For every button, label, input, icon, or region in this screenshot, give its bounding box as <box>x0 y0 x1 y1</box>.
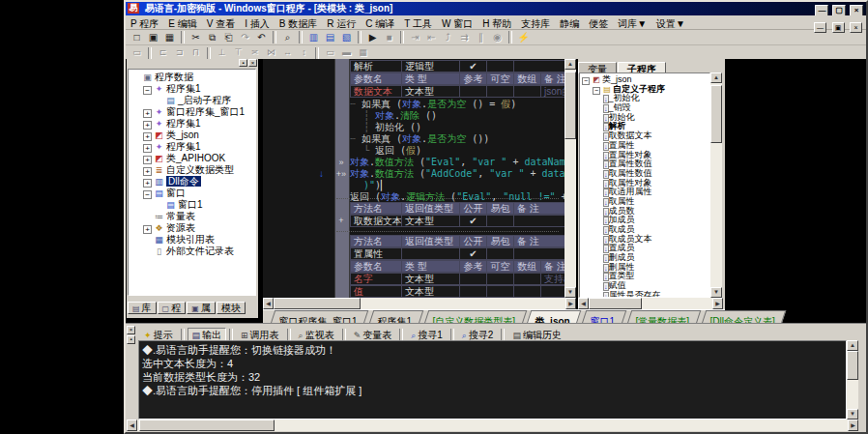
scroll-thumb[interactable] <box>139 420 275 431</box>
tree-item[interactable]: +▥Dll命令 <box>129 176 255 188</box>
layout-program-icon[interactable]: ▥ <box>305 31 322 43</box>
search2-tab[interactable]: ⌕搜寻2 <box>457 328 499 341</box>
variable-table-tab[interactable]: ✎变量表 <box>349 328 397 341</box>
run-icon[interactable]: ▶ <box>364 31 381 43</box>
workspace-tab-属[interactable]: ▣属 <box>187 302 216 314</box>
expander-icon[interactable]: + <box>143 144 152 153</box>
tree-item[interactable]: ≔常量表 <box>129 211 255 222</box>
cut-icon[interactable]: ✂ <box>188 31 204 43</box>
tree-item[interactable]: +◩类_json <box>129 130 255 141</box>
scroll-thumb[interactable] <box>564 72 576 139</box>
call-table-tab[interactable]: ⊞调用表 <box>236 328 284 341</box>
members-horizontal-scrollbar[interactable]: ◀▶ <box>578 298 723 309</box>
members-vertical-scrollbar[interactable]: ▲▼ <box>710 72 722 298</box>
code-line[interactable]: 对象.数值方法 ("Eval", "var " + dataName + "=n… <box>350 157 564 168</box>
table-row[interactable]: 值文本型 <box>350 285 564 298</box>
scroll-arrow-icon[interactable]: ◀ <box>578 298 589 309</box>
tree-item[interactable]: ▤_启动子程序 <box>129 95 255 106</box>
watch-table-tab[interactable]: ⌕监视表 <box>294 328 339 341</box>
subroutine-item[interactable]: ↓成员数 <box>580 207 709 217</box>
code-line[interactable]: └ 返回 (假) <box>363 145 421 157</box>
scroll-thumb[interactable] <box>710 85 722 143</box>
output-vertical-scrollbar[interactable]: ▲▼ <box>847 340 858 420</box>
subroutine-item[interactable]: ↓加成员 <box>580 216 709 225</box>
document-tab[interactable]: 窗口1 <box>582 310 626 324</box>
table-header-row[interactable]: 方法名返回值类型公开易包备 注 <box>350 235 564 247</box>
scroll-track[interactable] <box>274 298 565 309</box>
scroll-arrow-icon[interactable]: ▼ <box>564 287 576 298</box>
tree-item[interactable]: +◩类_APIHOOK <box>129 153 255 164</box>
table-row[interactable]: 名字文本型支持a.b.c[0] <box>350 273 564 285</box>
expander-icon[interactable]: + <box>143 121 152 130</box>
menu-item[interactable]: I 插入 <box>240 17 275 31</box>
tree-item[interactable]: ▯外部文件记录表 <box>129 246 255 257</box>
scroll-track[interactable] <box>564 70 576 287</box>
scroll-track[interactable] <box>710 83 722 287</box>
subroutine-item[interactable]: ↓取数据文本 <box>580 131 709 141</box>
expander-icon[interactable]: − <box>143 190 152 199</box>
tree-item[interactable]: ▣程序数据 <box>129 72 255 83</box>
workspace-tab-程[interactable]: ▢程 <box>158 302 187 314</box>
table-row[interactable]: 数据文本文本型json的文本数据 <box>350 85 564 98</box>
save-icon[interactable]: ▦ <box>161 31 178 43</box>
dongle-key-icon[interactable]: ⚡ <box>515 31 532 43</box>
document-tab[interactable]: [自定义数据类型表] <box>423 310 526 324</box>
subroutine-item[interactable]: ↓置类型 <box>580 272 709 281</box>
subroutine-item[interactable]: ↓取适用属性 <box>580 188 709 197</box>
menu-item[interactable]: C 编译 <box>361 17 399 31</box>
menu-item[interactable]: W 窗口 <box>437 17 477 31</box>
table-header-row[interactable]: 参数名类 型参考可空数组备 注 <box>350 260 564 273</box>
layout-all-icon[interactable]: ▧ <box>338 31 355 43</box>
menu-item[interactable]: R 运行 <box>322 17 361 31</box>
title-bar[interactable]: 易 易语言-加密狗版 - Windows窗口程序 - [类模块 : 类_json… <box>126 2 866 15</box>
menu-item[interactable]: H 帮助 <box>477 17 516 31</box>
tree-item[interactable]: ▤窗口1 <box>129 199 255 211</box>
subroutine-item[interactable]: ↓_销毁 <box>580 103 709 113</box>
edit-history-tab[interactable]: ▤编辑历史 <box>507 328 566 341</box>
menu-item[interactable]: 便签 <box>584 17 613 31</box>
scroll-arrow-icon[interactable]: ◀ <box>127 420 137 431</box>
scroll-track[interactable] <box>847 351 858 409</box>
scroll-arrow-icon[interactable]: ▲ <box>710 72 722 83</box>
output-close-icon[interactable]: × <box>127 326 135 334</box>
scroll-thumb[interactable] <box>589 298 642 309</box>
tree-item[interactable]: +✦程序集1 <box>129 141 255 153</box>
output-dock-icon[interactable]: ▪ <box>127 335 135 344</box>
menu-item[interactable]: 支持库 <box>516 17 555 31</box>
tree-item[interactable]: ▦模块引用表 <box>129 234 255 246</box>
table-row[interactable]: 置属性✔ <box>350 247 564 260</box>
scroll-arrow-icon[interactable]: ▲ <box>564 59 576 70</box>
scroll-arrow-icon[interactable]: ▲ <box>847 340 858 351</box>
document-tab[interactable]: [Dll命令定义表] <box>701 310 786 324</box>
code-line[interactable]: ┆ 对象.清除 () <box>363 110 437 122</box>
expander-icon[interactable]: + <box>143 132 152 141</box>
menu-item[interactable]: B 数据库 <box>275 17 322 31</box>
scroll-arrow-icon[interactable]: ▶ <box>712 298 723 309</box>
output-tab[interactable]: ▤输出 <box>188 328 227 341</box>
menu-item[interactable]: T 工具 <box>399 17 437 31</box>
document-tab[interactable]: 窗口程序集_窗口1 <box>271 310 369 324</box>
tree-item[interactable]: +✦程序集1 <box>129 118 255 130</box>
tree-item[interactable]: +❖资源表 <box>129 222 255 234</box>
code-line[interactable]: ┄ 如果真 (对象.是否为空 () = 假) <box>350 99 516 110</box>
find-icon[interactable]: ⌕ <box>279 31 296 43</box>
document-tab[interactable]: [常量数据表] <box>627 310 701 324</box>
subroutine-item[interactable]: ↓属性是否存在 <box>580 291 709 298</box>
expander-icon[interactable]: + <box>143 167 152 176</box>
open-file-icon[interactable]: ▣ <box>145 31 161 43</box>
code-editor[interactable]: 解析逻辑型✔参数名类 型参考可空数组备 注数据文本文本型json的文本数据┄ 如… <box>263 59 564 298</box>
copy-icon[interactable]: ⧉ <box>204 31 220 43</box>
new-file-icon[interactable]: □ <box>129 31 145 43</box>
scroll-thumb[interactable] <box>847 351 858 380</box>
layout-window-icon[interactable]: ▤ <box>322 31 338 43</box>
scroll-thumb[interactable] <box>274 298 361 309</box>
table-header-row[interactable]: 方法名返回值类型公开易包备 注 <box>350 202 564 215</box>
menu-item[interactable]: P 程序 <box>126 17 163 31</box>
tree-item[interactable]: +≣自定义数据类型 <box>129 164 255 176</box>
expander-icon[interactable]: + <box>143 225 152 234</box>
scroll-track[interactable] <box>589 298 712 309</box>
subroutine-item[interactable]: −▤自定义子程序 <box>580 85 709 95</box>
subroutine-item[interactable]: ↓取属性 <box>580 197 709 207</box>
tree-item[interactable]: −▤窗口 <box>129 188 255 199</box>
table-header-row[interactable]: 参数名类 型参考可空数组备 注 <box>350 72 564 85</box>
